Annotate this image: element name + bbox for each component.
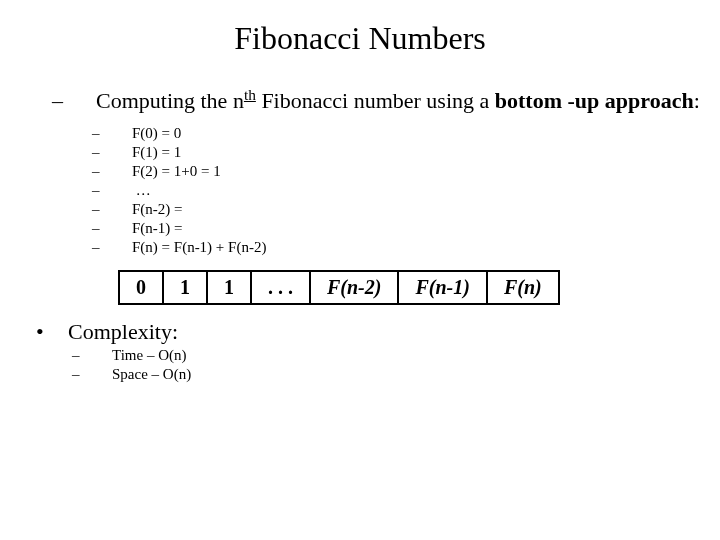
dash-icon: –: [112, 201, 132, 218]
dash-icon: –: [112, 163, 132, 180]
steps-list: –F(0) = 0 –F(1) = 1 –F(2) = 1+0 = 1 – … …: [112, 125, 720, 256]
bullet-icon: •: [52, 319, 68, 345]
dash-icon: –: [112, 125, 132, 142]
array-cell: 1: [207, 271, 251, 304]
complexity-text: Space – O(n): [112, 366, 191, 382]
step-text: …: [132, 182, 151, 198]
step-item: – …: [112, 182, 720, 199]
dash-icon: –: [112, 220, 132, 237]
intro-post: :: [694, 88, 700, 113]
intro-sup: th: [244, 86, 256, 103]
table-row: 0 1 1 . . . F(n-2) F(n-1) F(n): [119, 271, 559, 304]
array-cell: 1: [163, 271, 207, 304]
intro-pre: Computing the n: [96, 88, 244, 113]
complexity-list: –Time – O(n) –Space – O(n): [92, 347, 720, 383]
step-item: –F(n) = F(n-1) + F(n-2): [112, 239, 720, 256]
dash-icon: –: [92, 347, 112, 364]
step-text: F(1) = 1: [132, 144, 181, 160]
array-cell: F(n-2): [310, 271, 398, 304]
dash-icon: –: [112, 144, 132, 161]
dash-icon: –: [92, 366, 112, 383]
intro-line: –Computing the nth Fibonacci number usin…: [74, 85, 720, 115]
array-cell: F(n): [487, 271, 559, 304]
complexity-header: •Complexity:: [52, 319, 720, 345]
step-text: F(n-1) =: [132, 220, 183, 236]
complexity-item: –Space – O(n): [92, 366, 720, 383]
intro-bold: bottom -up approach: [495, 88, 694, 113]
intro-mid: Fibonacci number using a: [256, 88, 495, 113]
dp-array-table: 0 1 1 . . . F(n-2) F(n-1) F(n): [118, 270, 560, 305]
array-cell: F(n-1): [398, 271, 486, 304]
step-item: –F(n-2) =: [112, 201, 720, 218]
step-item: –F(n-1) =: [112, 220, 720, 237]
step-text: F(2) = 1+0 = 1: [132, 163, 221, 179]
step-text: F(n-2) =: [132, 201, 183, 217]
dp-array-figure: 0 1 1 . . . F(n-2) F(n-1) F(n): [118, 270, 720, 305]
page-title: Fibonacci Numbers: [0, 20, 720, 57]
step-item: –F(2) = 1+0 = 1: [112, 163, 720, 180]
slide: Fibonacci Numbers –Computing the nth Fib…: [0, 0, 720, 540]
dash-icon: –: [74, 87, 96, 115]
dash-icon: –: [112, 182, 132, 199]
step-text: F(n) = F(n-1) + F(n-2): [132, 239, 266, 255]
step-item: –F(0) = 0: [112, 125, 720, 142]
complexity-item: –Time – O(n): [92, 347, 720, 364]
complexity-text: Time – O(n): [112, 347, 186, 363]
array-cell: . . .: [251, 271, 310, 304]
array-cell: 0: [119, 271, 163, 304]
step-item: –F(1) = 1: [112, 144, 720, 161]
complexity-label: Complexity:: [68, 319, 178, 344]
step-text: F(0) = 0: [132, 125, 181, 141]
dash-icon: –: [112, 239, 132, 256]
